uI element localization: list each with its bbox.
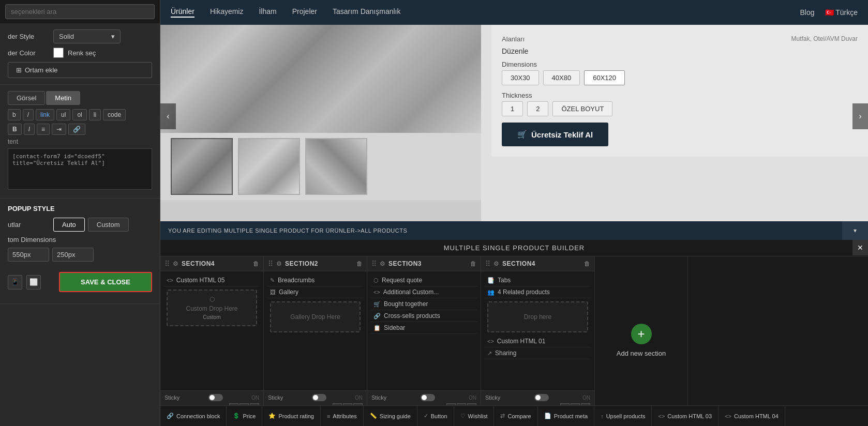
list-item[interactable]: ✎ Breadcrumbs xyxy=(267,275,364,286)
toolbar-custom-html-03[interactable]: <> Custom HTML 03 xyxy=(652,406,719,426)
dim-30x30[interactable]: 30X30 xyxy=(502,70,539,85)
width-input[interactable] xyxy=(8,248,49,262)
li-btn[interactable]: li xyxy=(89,109,101,120)
next-arrow[interactable]: › xyxy=(852,103,868,129)
size-custom-btn[interactable]: Custom xyxy=(88,218,129,232)
italic-icon-btn[interactable]: I xyxy=(24,124,35,135)
toolbar-product-meta[interactable]: 📄 Product meta xyxy=(538,406,594,426)
toolbar-attributes[interactable]: ≡ Attributes xyxy=(321,406,364,426)
height-input[interactable] xyxy=(52,248,94,262)
sticky-toggle-3[interactable] xyxy=(421,394,435,401)
gear-icon-4[interactable]: ⚙ xyxy=(493,260,499,267)
list-item[interactable]: <> Custom HTML 05 xyxy=(163,275,260,286)
toolbar-compare[interactable]: ⇄ Compare xyxy=(494,406,537,426)
list-item[interactable]: ↗ Sharing xyxy=(484,347,591,359)
dim-40x80[interactable]: 40X80 xyxy=(543,70,580,85)
code-textarea[interactable]: [contact-form7 id="dcoedf5" title="Ücret… xyxy=(8,148,152,190)
gear-icon-2[interactable]: ⚙ xyxy=(276,260,282,267)
thumbnail-1[interactable] xyxy=(171,138,233,195)
prev-arrow[interactable]: ‹ xyxy=(160,103,176,129)
thumbnail-3[interactable] xyxy=(305,138,367,195)
list-item[interactable]: ⬡ Request quote xyxy=(370,275,477,286)
toolbar-button[interactable]: ✓ Button xyxy=(417,406,454,426)
list-icon-btn[interactable]: ≡ xyxy=(37,124,50,135)
drop-zone-1[interactable]: ⬡ Custom Drop Here Custom xyxy=(167,290,257,326)
size-auto-btn[interactable]: Auto xyxy=(53,218,85,232)
bold-icon-btn[interactable]: B xyxy=(8,124,22,135)
drop-zone-2[interactable]: Gallery Drop Here xyxy=(270,301,361,332)
thickness-2[interactable]: 2 xyxy=(527,101,548,116)
trash-icon-2[interactable]: 🗑 xyxy=(356,260,363,267)
tab-image[interactable]: Görsel xyxy=(8,91,45,105)
toolbar-product-rating[interactable]: ⭐ Product rating xyxy=(262,406,320,426)
link-btn[interactable]: link xyxy=(36,109,54,120)
drag-icon-2[interactable]: ⠿ xyxy=(268,260,273,268)
tablet-icon[interactable]: ⬜ xyxy=(26,275,41,290)
ol-btn[interactable]: ol xyxy=(72,109,86,120)
sticky-toggle-2[interactable] xyxy=(312,394,326,401)
nav-tasarim[interactable]: Tasarım Danışmanlık xyxy=(333,7,400,18)
trash-icon-4[interactable]: 🗑 xyxy=(584,260,590,267)
sticky-toggle-4[interactable] xyxy=(534,394,549,401)
toolbar-upsell[interactable]: ↑ Upsell products xyxy=(594,406,652,426)
list-item[interactable]: 📋 Sidebar xyxy=(370,322,477,334)
italic-btn[interactable]: / xyxy=(23,109,34,120)
trash-icon-1[interactable]: 🗑 xyxy=(253,260,259,267)
trash-icon-3[interactable]: 🗑 xyxy=(470,260,476,267)
toolbar-connection-block[interactable]: 🔗 Connection block xyxy=(160,406,227,426)
nav-ilham[interactable]: İlham xyxy=(259,7,276,18)
dimensions-tags: 30X30 40X80 60X120 xyxy=(502,70,858,85)
indent-btn[interactable]: ⇥ xyxy=(52,124,66,135)
color-swatch[interactable] xyxy=(53,48,64,58)
thickness-1[interactable]: 1 xyxy=(502,101,523,116)
code-btn[interactable]: code xyxy=(103,109,126,120)
toolbar-custom-html-04[interactable]: <> Custom HTML 04 xyxy=(719,406,785,426)
drop-zone-4[interactable]: Drop here xyxy=(487,301,588,332)
drag-icon-1[interactable]: ⠿ xyxy=(164,260,170,268)
nav-language[interactable]: 🇹🇷 Türkçe xyxy=(825,8,858,17)
add-media-button[interactable]: ⊞ Ortam ekle xyxy=(8,62,152,78)
section-col-1: ⠿ ⚙ SECTION4 🗑 <> Custom HTML 05 ⬡ Custo… xyxy=(160,256,264,424)
mobile-icon[interactable]: 📱 xyxy=(8,275,22,290)
search-input[interactable] xyxy=(5,4,155,19)
toolbar-wishlist[interactable]: ♡ Wishlist xyxy=(454,406,495,426)
dim-60x120[interactable]: 60X120 xyxy=(584,70,625,85)
nav-urunler[interactable]: Ürünler xyxy=(171,7,194,18)
list-item[interactable]: <> Additional Custom... xyxy=(370,286,477,298)
nav-hikayemiz[interactable]: Hikayemiz xyxy=(210,7,244,18)
add-section-button[interactable]: + xyxy=(631,324,652,344)
bold-btn[interactable]: b xyxy=(8,109,21,120)
ul-btn[interactable]: ul xyxy=(56,109,70,120)
sticky-toggle-1[interactable] xyxy=(208,394,223,401)
tab-text[interactable]: Metin xyxy=(46,91,80,105)
quote-button[interactable]: 🛒 Ücretsiz Teklif Al xyxy=(502,123,608,146)
toolbar-sizing-guide[interactable]: 📏 Sizing guide xyxy=(364,406,417,426)
list-item[interactable]: 🖼 Gallery xyxy=(267,286,364,298)
list-item[interactable]: <> Custom HTML 01 xyxy=(484,336,591,347)
list-item[interactable]: 🔗 Cross-sells products xyxy=(370,310,477,322)
drag-icon-3[interactable]: ⠿ xyxy=(371,260,377,268)
duzenle-label: Düzenle xyxy=(502,47,858,55)
gear-icon-3[interactable]: ⚙ xyxy=(380,260,385,267)
list-item[interactable]: 📑 Tabs xyxy=(484,275,591,286)
close-button[interactable]: ✕ xyxy=(852,240,868,255)
nav-blog[interactable]: Blog xyxy=(800,8,815,17)
link-icon-btn[interactable]: 🔗 xyxy=(68,124,85,135)
gear-icon-1[interactable]: ⚙ xyxy=(173,260,178,267)
border-style-select[interactable]: Solid ▾ xyxy=(53,29,121,43)
nav-projeler[interactable]: Projeler xyxy=(292,7,317,18)
toolbar-price[interactable]: 💲 Price xyxy=(227,406,262,426)
list-item[interactable]: 👥 4 Related products xyxy=(484,286,591,298)
list-item[interactable]: 🛒 Bought together xyxy=(370,298,477,310)
color-pick-label[interactable]: Renk seç xyxy=(68,49,96,57)
wishlist-icon: ♡ xyxy=(460,413,466,419)
save-close-button[interactable]: SAVE & CLOSE xyxy=(59,272,152,292)
product-info-area: Alanları Mutfak, Otel/AVM Duvar Düzenle … xyxy=(491,25,868,157)
chevron-down-icon[interactable]: ▾ xyxy=(842,221,868,240)
drag-icon-4[interactable]: ⠿ xyxy=(485,260,490,268)
thickness-ozel[interactable]: ÖZEL BOYUT xyxy=(552,101,612,116)
add-section-label[interactable]: Add new section xyxy=(617,349,666,357)
border-style-label: der Style xyxy=(8,33,49,40)
utlar-label: utlar xyxy=(8,221,49,229)
thumbnail-2[interactable] xyxy=(238,138,300,195)
